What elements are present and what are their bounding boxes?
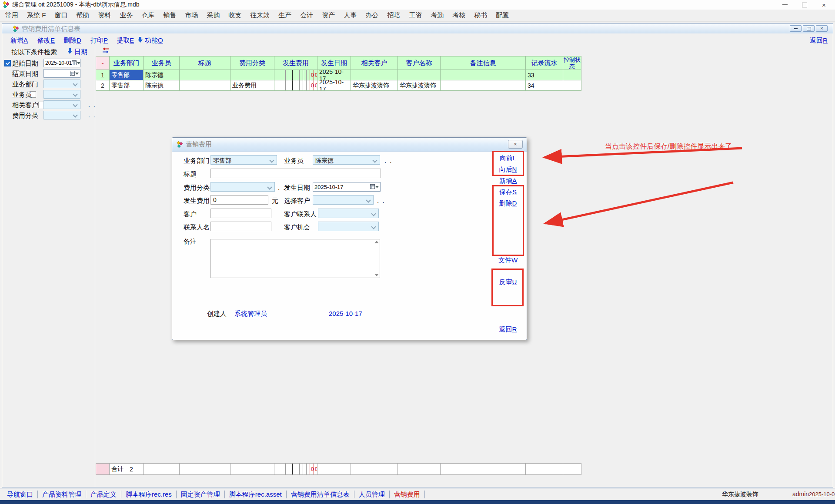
row-note[interactable] <box>441 70 526 80</box>
pick-customer-more-button[interactable]: . . <box>377 197 385 204</box>
row-note[interactable] <box>441 80 526 91</box>
grid-header-dept[interactable]: 业务部门 <box>110 56 144 70</box>
toolbar-print-button[interactable]: 打印P <box>90 36 108 45</box>
menu-item-shouzhi[interactable]: 收支 <box>224 11 246 20</box>
menu-item-cangku[interactable]: 仓库 <box>137 11 159 20</box>
filter-start-date-checkbox[interactable] <box>4 60 11 66</box>
dropdown-arrow-icon[interactable] <box>75 73 79 75</box>
tab-marketing-expense-active[interactable]: 营销费用 <box>390 491 425 498</box>
toolbar-delete-button[interactable]: 删除D <box>63 36 81 45</box>
tab-personnel[interactable]: 人员管理 <box>354 491 390 498</box>
row-related[interactable]: 华东捷波装饰 <box>351 80 398 91</box>
menu-item-shengchan[interactable]: 生产 <box>274 11 296 20</box>
row-fee[interactable]: 00 <box>274 70 317 80</box>
menu-item-peizhi[interactable]: 配置 <box>491 11 513 20</box>
row-dept[interactable]: 零售部 <box>110 80 144 91</box>
menu-item-chuangkou[interactable]: 窗口 <box>50 11 72 20</box>
table-row[interactable]: 2 零售部 陈宗德 业务费用 00 2025-10-17 华东捷波装饰 华东捷波… <box>96 80 581 91</box>
date-input[interactable]: 2025-10-17 <box>313 182 381 192</box>
table-row[interactable]: 1 零售部 陈宗德 00 2025-10-17 33 <box>96 70 581 80</box>
scroll-down-icon[interactable] <box>374 274 379 276</box>
toolbar-edit-button[interactable]: 修改E <box>37 36 55 45</box>
toolbar-extract-button[interactable]: 提取E <box>117 36 134 45</box>
grid-header-title[interactable]: 标题 <box>180 56 230 70</box>
calendar-icon[interactable] <box>370 183 375 191</box>
dialog-add-button[interactable]: 新增A <box>496 177 520 185</box>
calendar-icon[interactable] <box>72 59 77 67</box>
menu-item-xitong[interactable]: 系统 F <box>23 11 50 20</box>
tab-product-data[interactable]: 产品资料管理 <box>38 491 86 498</box>
tab-expense-list[interactable]: 营销费用清单信息表 <box>287 491 354 498</box>
grid-header-serial[interactable]: 记录流水 <box>526 56 563 70</box>
row-agent[interactable]: 陈宗德 <box>144 80 180 91</box>
grid-header-customer[interactable]: 客户名称 <box>398 56 441 70</box>
dialog-file-button[interactable]: 文件W <box>496 256 520 265</box>
dropdown-arrow-icon[interactable] <box>375 186 379 188</box>
row-category[interactable] <box>230 70 274 80</box>
menu-item-caigou[interactable]: 采购 <box>202 11 224 20</box>
toolbar-return-button[interactable]: 返回R <box>810 36 828 45</box>
category-select[interactable] <box>210 182 275 192</box>
maximize-button[interactable] <box>795 0 814 10</box>
row-serial[interactable]: 34 <box>526 80 563 91</box>
toolbar-function-button[interactable]: 功能O <box>145 36 163 45</box>
menu-item-mishu[interactable]: 秘书 <box>470 11 491 20</box>
dropdown-arrow-icon[interactable] <box>77 62 80 64</box>
menu-item-bangzhu[interactable]: 帮助 <box>72 11 94 20</box>
menu-item-wanglaikuan[interactable]: 往来款 <box>246 11 274 20</box>
filter-dept-select[interactable] <box>43 80 80 88</box>
tab-script-rec-res[interactable]: 脚本程序rec.res <box>121 491 177 498</box>
menu-item-bangong[interactable]: 办公 <box>361 11 383 20</box>
menu-item-zhaopei[interactable]: 招培 <box>383 11 404 20</box>
filter-end-date-input[interactable] <box>43 69 80 78</box>
grid-header-date[interactable]: 发生日期 <box>317 56 351 70</box>
mdi-close-button[interactable]: × <box>816 25 828 32</box>
menu-item-kuaiji[interactable]: 会计 <box>296 11 317 20</box>
row-fee[interactable]: 00 <box>274 80 317 91</box>
title-input[interactable] <box>210 169 381 178</box>
scroll-up-icon[interactable] <box>374 241 379 243</box>
contact-select[interactable] <box>318 209 379 218</box>
row-state[interactable] <box>563 80 581 91</box>
fee-input[interactable]: 0 <box>210 195 268 205</box>
grid-header-fee[interactable]: 发生费用 <box>274 56 317 70</box>
grid-header-state[interactable]: 控制状态 <box>563 56 581 70</box>
row-dept-selected-cell[interactable]: 零售部 <box>110 70 144 80</box>
dialog-return-button[interactable]: 返回R <box>496 325 520 334</box>
mdi-restore-button[interactable] <box>803 25 815 32</box>
agent-select[interactable]: 陈宗德 <box>313 155 380 165</box>
dialog-close-button[interactable]: × <box>508 140 523 149</box>
row-title[interactable] <box>180 70 230 80</box>
filter-customer-select[interactable] <box>43 100 80 109</box>
row-date[interactable]: 2025-10-17 <box>317 70 351 80</box>
menu-item-changyong[interactable]: 常用 <box>1 11 23 20</box>
row-category[interactable]: 业务费用 <box>230 80 274 91</box>
row-related[interactable] <box>351 70 398 80</box>
menu-item-yewu[interactable]: 业务 <box>115 11 137 20</box>
customer-input[interactable] <box>210 209 271 218</box>
pick-customer-select[interactable] <box>313 195 374 205</box>
menu-item-kaoqin[interactable]: 考勤 <box>426 11 448 20</box>
row-agent[interactable]: 陈宗德 <box>144 70 180 80</box>
toolbar-add-button[interactable]: 新增A <box>10 36 28 45</box>
agent-more-button[interactable]: . . <box>384 157 393 164</box>
grid-header-select[interactable]: - <box>96 56 110 70</box>
tab-fixed-assets[interactable]: 固定资产管理 <box>177 491 225 498</box>
tab-product-def[interactable]: 产品定义 <box>86 491 121 498</box>
menu-item-zichan[interactable]: 资产 <box>317 11 339 20</box>
tab-navigation[interactable]: 导航窗口 <box>3 491 38 498</box>
row-serial[interactable]: 33 <box>526 70 563 80</box>
row-date[interactable]: 2025-10-17 <box>317 80 351 91</box>
menu-item-shichang[interactable]: 市场 <box>180 11 202 20</box>
close-button[interactable]: × <box>814 0 834 10</box>
swap-columns-icon[interactable] <box>102 47 110 55</box>
minimize-button[interactable] <box>775 0 795 10</box>
filter-agent-select[interactable] <box>43 90 80 99</box>
filter-category-select[interactable] <box>43 111 80 119</box>
menu-item-kaohe[interactable]: 考核 <box>448 11 470 20</box>
filter-start-date-input[interactable]: 2025-10-01 <box>43 59 80 67</box>
mdi-minimize-button[interactable] <box>790 25 802 32</box>
grid-header-agent[interactable]: 业务员 <box>144 56 180 70</box>
sort-by-date-button[interactable]: 日期 <box>74 48 87 56</box>
menu-item-ziliao[interactable]: 资料 <box>94 11 115 20</box>
